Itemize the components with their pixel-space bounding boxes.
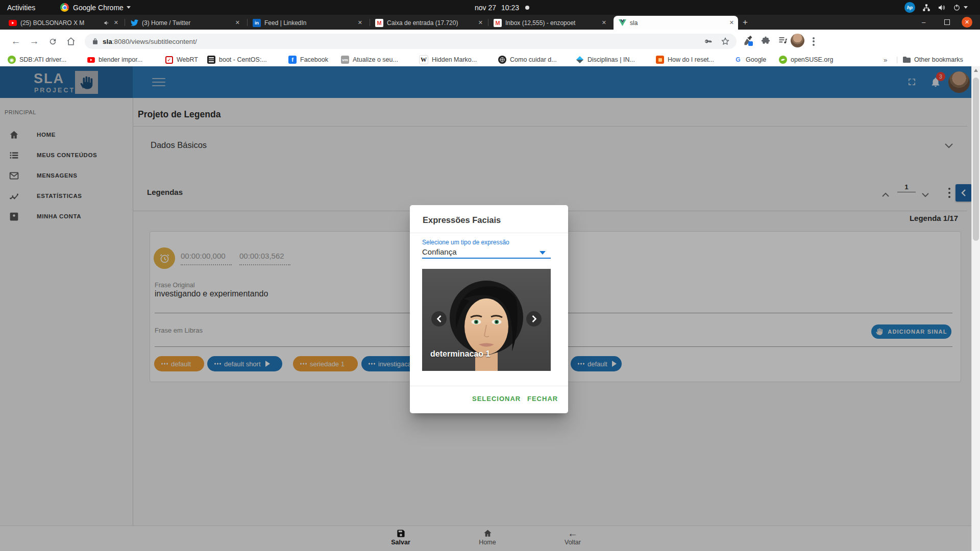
tab-title: sla <box>630 19 725 27</box>
tab-close-icon[interactable]: ✕ <box>729 20 734 26</box>
system-top-bar: Activities Google Chrome nov 2710:23 hp <box>0 0 980 15</box>
gmail-favicon: M <box>375 19 383 27</box>
new-tab-button[interactable]: + <box>743 15 748 30</box>
expression-select[interactable]: Confiança <box>422 247 457 256</box>
reading-list-icon[interactable] <box>778 35 788 45</box>
browser-tab[interactable]: (25) BOLSONARO X M ✕ <box>4 16 122 30</box>
clock-menu[interactable]: nov 2710:23 <box>475 0 529 15</box>
scrollbar-thumb[interactable] <box>973 78 979 241</box>
folder-icon <box>902 56 911 64</box>
tab-separator <box>488 19 488 26</box>
reset-icon <box>656 56 664 64</box>
bookmark-item[interactable]: Como cuidar d... <box>498 55 557 65</box>
tab-title: (25) BOLSONARO X M <box>20 19 102 27</box>
select-underline <box>422 258 551 259</box>
key-icon[interactable] <box>703 37 713 46</box>
bookmarks-bar: ◉SDB:ATI driver... blender impor... ✓Web… <box>0 53 980 67</box>
bookmark-item[interactable]: How do I reset... <box>656 55 714 65</box>
tab-close-icon[interactable]: ✕ <box>358 20 362 26</box>
tab-close-icon[interactable]: ✕ <box>602 20 606 26</box>
browser-tab-active[interactable]: sla ✕ <box>614 16 738 30</box>
activities-button[interactable]: Activities <box>7 0 35 15</box>
extension-badge <box>748 41 753 46</box>
bookmark-item[interactable]: blender impor... <box>87 55 142 65</box>
browser-toolbar: ← → sla:8080/views/subtitlecontent/ <box>0 30 980 53</box>
home-button[interactable] <box>64 35 78 48</box>
bookmark-item[interactable]: openSUSE.org <box>779 55 833 65</box>
bookmarks-overflow-chevron[interactable]: » <box>884 55 887 65</box>
gmail-favicon: M <box>494 19 502 27</box>
terminal-icon <box>207 56 215 64</box>
expression-carousel: determinacao 1 <box>422 269 551 371</box>
chevron-down-icon <box>964 6 968 9</box>
bookmark-item[interactable]: vmAtualize o seu... <box>341 55 398 65</box>
tab-close-icon[interactable]: ✕ <box>114 20 118 26</box>
bookmark-item[interactable]: GGoogle <box>734 55 766 65</box>
chrome-icon <box>60 3 69 12</box>
tab-separator <box>370 19 370 26</box>
select-caret-icon[interactable] <box>540 251 546 255</box>
checkbox-icon: ✓ <box>165 56 173 64</box>
back-button[interactable]: ← <box>9 35 22 48</box>
suse-icon: ◉ <box>8 56 16 64</box>
other-bookmarks-folder[interactable]: Other bookmarks <box>902 55 963 65</box>
bookmark-item[interactable]: Disciplinas | IN... <box>576 55 635 65</box>
carousel-prev-button[interactable] <box>431 311 447 327</box>
select-button[interactable]: SELECIONAR <box>472 395 521 403</box>
close-button[interactable]: FECHAR <box>527 395 558 403</box>
dialog-title: Expressões Faciais <box>423 215 501 225</box>
chevron-down-icon <box>127 6 131 9</box>
extensions-puzzle-icon[interactable] <box>761 35 771 45</box>
carousel-next-button[interactable] <box>526 311 542 327</box>
google-icon: G <box>734 56 742 64</box>
bookmark-item[interactable]: ✓WebRT <box>165 55 198 65</box>
browser-tab[interactable]: M Inbox (12,555) - enzopoet ✕ <box>489 16 610 30</box>
browser-tab[interactable]: in Feed | LinkedIn ✕ <box>248 16 366 30</box>
bookmark-item[interactable]: fFacebook <box>288 55 328 65</box>
tab-close-icon[interactable]: ✕ <box>478 20 483 26</box>
url-text: sla:8080/views/subtitlecontent/ <box>103 38 197 45</box>
screen: Activities Google Chrome nov 2710:23 hp <box>0 0 980 551</box>
hp-logo-icon: hp <box>904 2 915 13</box>
lock-icon <box>92 38 99 45</box>
forward-button[interactable]: → <box>28 35 41 48</box>
bookmark-star-icon[interactable] <box>721 37 730 46</box>
bookmark-item[interactable]: ◉SDB:ATI driver... <box>8 55 66 65</box>
facebook-icon: f <box>288 56 297 64</box>
tab-title: Caixa de entrada (17.720) <box>387 19 474 27</box>
reload-button[interactable] <box>46 35 59 48</box>
chrome-app-menu[interactable]: Google Chrome <box>60 0 131 15</box>
youtube-icon <box>87 56 95 64</box>
bookmarks-separator <box>897 57 897 63</box>
tab-audio-icon[interactable] <box>104 20 110 26</box>
volume-icon <box>938 4 946 12</box>
browser-profile-avatar[interactable] <box>791 34 804 47</box>
tab-title: Inbox (12,555) - enzopoet <box>505 19 598 27</box>
expression-select-label: Selecione um tipo de expressão <box>422 239 509 246</box>
browser-tab[interactable]: (3) Home / Twitter ✕ <box>126 16 244 30</box>
facial-expressions-dialog: Expressões Faciais Selecione um tipo de … <box>410 205 568 413</box>
system-tray[interactable]: hp <box>897 0 968 15</box>
tab-title: Feed | LinkedIn <box>264 19 354 27</box>
window-minimize-button[interactable]: – <box>922 15 925 30</box>
window-restore-button[interactable] <box>944 15 950 30</box>
tab-close-icon[interactable]: ✕ <box>235 20 240 26</box>
record-dot-icon <box>525 6 529 10</box>
linkedin-favicon: in <box>253 19 261 27</box>
scroll-up-arrow[interactable] <box>974 69 978 72</box>
expression-name: determinacao 1 <box>430 349 490 359</box>
tab-separator <box>247 19 248 26</box>
colorpicker-extension-icon[interactable] <box>743 35 753 45</box>
browser-tab[interactable]: M Caixa de entrada (17.720) ✕ <box>371 16 487 30</box>
browser-menu-icon[interactable] <box>812 36 816 47</box>
address-bar[interactable]: sla:8080/views/subtitlecontent/ <box>85 34 737 49</box>
bookmark-item[interactable]: WHidden Marko... <box>419 55 477 65</box>
tab-separator <box>125 19 125 26</box>
app-viewport: SLA PROJECT 3 PRINCIPAL HOME <box>0 66 980 551</box>
scrollbar[interactable] <box>971 66 980 551</box>
power-icon <box>953 4 961 11</box>
vmware-icon: vm <box>341 56 349 64</box>
globe-icon <box>498 56 506 64</box>
bookmark-item[interactable]: boot - CentOS:... <box>207 55 267 65</box>
window-close-button[interactable]: ✕ <box>962 15 972 30</box>
